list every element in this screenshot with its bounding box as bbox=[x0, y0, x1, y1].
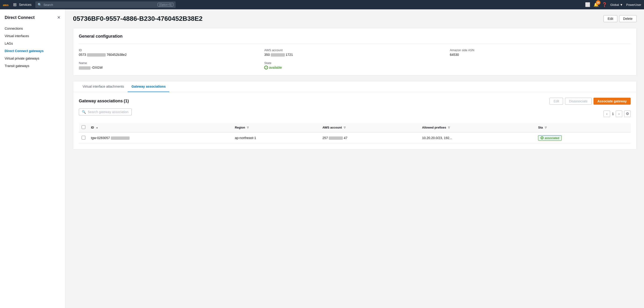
associated-status-badge: ✓ associated bbox=[538, 135, 562, 141]
associated-icon: ✓ bbox=[541, 136, 544, 139]
gateway-associations-count: (1) bbox=[124, 99, 129, 103]
sidebar-item-connections[interactable]: Connections bbox=[0, 25, 65, 32]
th-state[interactable]: Sta ▽ bbox=[535, 123, 631, 132]
pagination: ‹ 1 › bbox=[604, 110, 622, 117]
table-body: tgw-0283057 ap-northeast-1 257 47 10.20.… bbox=[79, 132, 631, 144]
table-settings-button[interactable]: ⚙ bbox=[624, 110, 631, 117]
sidebar-item-transit-gateways[interactable]: Transit gateways bbox=[0, 62, 65, 70]
row-account-blur bbox=[329, 136, 343, 140]
gateway-search-container[interactable]: 🔍 bbox=[79, 108, 132, 115]
header-actions: Edit Delete bbox=[604, 15, 636, 22]
asn-label: Amazon side ASN bbox=[450, 48, 631, 52]
section-actions: Edit Disassociate Associate gateway bbox=[550, 98, 631, 105]
asn-value: 64530 bbox=[450, 53, 631, 56]
config-asn: Amazon side ASN 64530 bbox=[450, 48, 631, 56]
aws-logo[interactable]: aws bbox=[3, 2, 11, 7]
grid-icon[interactable]: ⊞ bbox=[13, 2, 16, 7]
gateway-associations-title: Gateway associations bbox=[79, 99, 123, 103]
aws-account-blur bbox=[271, 53, 285, 56]
services-label[interactable]: Services bbox=[19, 3, 32, 6]
search-icon: 🔍 bbox=[38, 3, 42, 6]
state-value: ✓ available bbox=[264, 66, 445, 69]
th-aws-account[interactable]: AWS account ▽ bbox=[320, 123, 419, 132]
delete-button[interactable]: Delete bbox=[619, 15, 636, 22]
tab-virtual-interface-attachments[interactable]: Virtual interface attachments bbox=[79, 81, 128, 92]
global-search-bar[interactable]: 🔍 [Option+S] bbox=[35, 1, 176, 8]
sidebar-close-button[interactable]: ✕ bbox=[57, 15, 60, 20]
region-selector[interactable]: Global ▼ bbox=[610, 3, 623, 6]
top-navigation: aws ⊞ Services 🔍 [Option+S] ⬜ 🔔 20 ❓ Glo… bbox=[0, 0, 644, 9]
select-all-checkbox[interactable] bbox=[82, 125, 85, 129]
th-allowed-prefixes[interactable]: Allowed prefixes ▽ bbox=[419, 123, 536, 132]
sidebar-item-direct-connect-gateways[interactable]: Direct Connect gateways bbox=[0, 47, 65, 55]
id-label: ID bbox=[79, 48, 260, 52]
state-label: State bbox=[264, 61, 445, 65]
page-header: 05736BF0-9557-4886-B230-4760452B38E2 Edi… bbox=[73, 15, 636, 22]
select-all-header[interactable] bbox=[79, 123, 88, 132]
current-page: 1 bbox=[612, 112, 614, 116]
name-blur bbox=[79, 66, 90, 70]
search-shortcut: [Option+S] bbox=[158, 3, 173, 6]
disassociate-button[interactable]: Disassociate bbox=[565, 98, 592, 105]
tabs-content: Gateway associations (1) Edit Disassocia… bbox=[73, 92, 636, 149]
row-checkbox-cell[interactable] bbox=[79, 132, 88, 144]
gateway-associations-table: ID ▲ Region ▽ bbox=[79, 123, 631, 144]
sort-asc-icon: ▲ bbox=[96, 126, 98, 129]
region-sort-icon: ▽ bbox=[247, 126, 249, 129]
id-value: 0573 760452b38e2 bbox=[79, 53, 260, 56]
prefixes-sort-icon: ▽ bbox=[448, 126, 450, 129]
aws-account-value: 350 1721 bbox=[264, 53, 445, 56]
sidebar-item-lags[interactable]: LAGs bbox=[0, 40, 65, 47]
table-header: ID ▲ Region ▽ bbox=[79, 123, 631, 132]
tabs-container: Virtual interface attachments Gateway as… bbox=[73, 81, 636, 150]
terminal-icon[interactable]: ⬜ bbox=[585, 2, 590, 7]
config-grid: ID 0573 760452b38e2 AWS account 350 1721 bbox=[79, 48, 631, 70]
edit-association-button[interactable]: Edit bbox=[550, 98, 563, 105]
row-region: ap-northeast-1 bbox=[232, 132, 320, 144]
row-id: tgw-0283057 bbox=[88, 132, 232, 144]
edit-button[interactable]: Edit bbox=[604, 15, 617, 22]
help-icon[interactable]: ❓ bbox=[602, 2, 607, 7]
prev-page-button[interactable]: ‹ bbox=[604, 110, 610, 117]
id-blur bbox=[87, 53, 106, 56]
row-id-blur bbox=[111, 136, 130, 140]
account-sort-icon: ▽ bbox=[344, 126, 346, 129]
sidebar: Direct Connect ✕ Connections Virtual int… bbox=[0, 9, 66, 308]
page-title: 05736BF0-9557-4886-B230-4760452B38E2 bbox=[73, 15, 202, 22]
next-page-button[interactable]: › bbox=[616, 110, 622, 117]
gateway-associations-header: Gateway associations (1) Edit Disassocia… bbox=[79, 98, 631, 105]
tab-gateway-associations[interactable]: Gateway associations bbox=[128, 81, 169, 92]
nav-right: ⬜ 🔔 20 ❓ Global ▼ PowerUser bbox=[585, 2, 641, 7]
sidebar-item-virtual-private-gateways[interactable]: Virtual private gateways bbox=[0, 55, 65, 62]
sidebar-title: Direct Connect bbox=[5, 15, 34, 20]
user-menu[interactable]: PowerUser bbox=[626, 3, 641, 6]
search-icon-small: 🔍 bbox=[82, 110, 86, 114]
tabs-header: Virtual interface attachments Gateway as… bbox=[73, 81, 636, 92]
sidebar-navigation: Connections Virtual interfaces LAGs Dire… bbox=[0, 25, 65, 70]
th-region[interactable]: Region ▽ bbox=[232, 123, 320, 132]
main-content: 05736BF0-9557-4886-B230-4760452B38E2 Edi… bbox=[66, 9, 644, 308]
notifications[interactable]: 🔔 20 bbox=[594, 2, 599, 7]
config-name: Name -DXGW bbox=[79, 61, 260, 69]
notification-badge: 20 bbox=[596, 0, 600, 5]
table-toolbar: 🔍 ‹ 1 › ⚙ bbox=[79, 108, 631, 119]
row-state: ✓ associated bbox=[535, 132, 631, 144]
row-aws-account: 257 47 bbox=[320, 132, 419, 144]
row-checkbox[interactable] bbox=[82, 136, 85, 139]
name-value: -DXGW bbox=[79, 66, 260, 69]
general-config-title: General configuration bbox=[79, 34, 631, 39]
section-title-area: Gateway associations (1) bbox=[79, 99, 129, 103]
config-state: State ✓ available bbox=[264, 61, 445, 69]
th-id[interactable]: ID ▲ bbox=[88, 123, 232, 132]
available-icon: ✓ bbox=[264, 66, 268, 69]
name-label: Name bbox=[79, 61, 260, 65]
aws-account-label: AWS account bbox=[264, 48, 445, 52]
config-id: ID 0573 760452b38e2 bbox=[79, 48, 260, 56]
gateway-search-input[interactable] bbox=[88, 110, 128, 114]
row-allowed-prefixes: 10.20.20.0/23, 192... bbox=[419, 132, 536, 144]
sidebar-item-virtual-interfaces[interactable]: Virtual interfaces bbox=[0, 32, 65, 40]
config-aws-account: AWS account 350 1721 bbox=[264, 48, 445, 56]
svg-text:aws: aws bbox=[3, 3, 9, 7]
associate-gateway-button[interactable]: Associate gateway bbox=[594, 98, 631, 105]
search-input[interactable] bbox=[44, 3, 158, 6]
